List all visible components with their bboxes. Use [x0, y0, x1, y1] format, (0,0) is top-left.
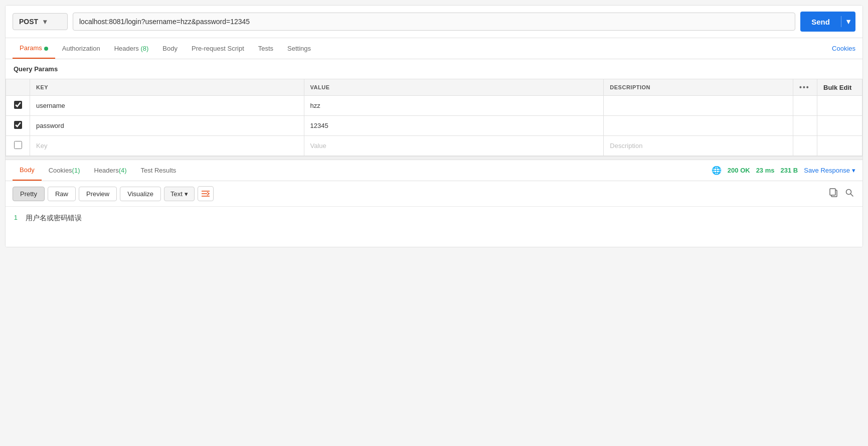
search-icon: [845, 189, 853, 197]
line-1: 1 用户名或密码错误: [6, 213, 862, 224]
tab-tests[interactable]: Tests: [251, 39, 280, 58]
row1-check-cell: [6, 96, 30, 116]
tab-prerequest[interactable]: Pre-request Script: [185, 39, 251, 58]
tab-authorization[interactable]: Authorization: [55, 39, 107, 58]
svg-rect-4: [830, 189, 835, 195]
table-row: password 12345: [6, 116, 862, 136]
line-number-1: 1: [6, 214, 26, 221]
status-time: 23 ms: [756, 167, 775, 174]
row1-key[interactable]: username: [30, 96, 304, 116]
row1-description[interactable]: [604, 96, 793, 116]
response-body: 1 用户名或密码错误: [6, 207, 862, 247]
response-meta: 🌐 200 OK 23 ms 231 B Save Response ▾: [712, 162, 855, 179]
pretty-button[interactable]: Pretty: [13, 187, 45, 201]
placeholder-checkbox[interactable]: [14, 141, 22, 149]
headers-badge: (8): [140, 45, 148, 52]
table-row-placeholder: Key Value Description: [6, 136, 862, 156]
placeholder-bulk: [817, 136, 862, 156]
text-chevron-icon: ▾: [185, 190, 188, 198]
bulk-edit-button[interactable]: Bulk Edit: [823, 84, 851, 91]
response-tab-headers[interactable]: Headers(4): [87, 161, 134, 180]
row1-checkbox[interactable]: [14, 101, 22, 109]
params-dot: [44, 47, 48, 51]
th-check: [6, 79, 30, 96]
wrap-icon: [201, 190, 210, 197]
wrap-button[interactable]: [198, 186, 214, 201]
globe-icon: 🌐: [712, 166, 722, 175]
tab-body[interactable]: Body: [155, 39, 185, 58]
row2-key[interactable]: password: [30, 116, 304, 136]
th-key: KEY: [30, 79, 304, 96]
copy-button[interactable]: [827, 186, 840, 201]
row2-description[interactable]: [604, 116, 793, 136]
placeholder-value[interactable]: Value: [304, 136, 604, 156]
method-select[interactable]: POST ▾: [13, 13, 68, 30]
row2-checkbox[interactable]: [14, 121, 22, 129]
th-more: •••: [793, 79, 817, 96]
tab-params[interactable]: Params: [13, 38, 55, 59]
text-select[interactable]: Text ▾: [164, 187, 195, 201]
request-tabs-bar: Params Authorization Headers (8) Body Pr…: [6, 38, 862, 59]
response-tab-body[interactable]: Body: [13, 160, 42, 181]
th-value: VALUE: [304, 79, 604, 96]
placeholder-more: [793, 136, 817, 156]
response-tabs-bar: Body Cookies(1) Headers(4) Test Results …: [6, 160, 862, 181]
send-chevron-icon: ▾: [841, 17, 855, 26]
method-chevron-icon: ▾: [43, 18, 47, 26]
params-table: KEY VALUE DESCRIPTION ••• Bulk Edit user…: [6, 79, 862, 156]
tab-settings[interactable]: Settings: [280, 39, 318, 58]
send-button[interactable]: Send ▾: [800, 12, 855, 32]
row2-bulk: [817, 116, 862, 136]
method-label: POST: [19, 18, 38, 26]
th-bulk: Bulk Edit: [817, 79, 862, 96]
placeholder-key[interactable]: Key: [30, 136, 304, 156]
main-container: POST ▾ Send ▾ Params Authorization Heade…: [5, 5, 863, 247]
row1-more: [793, 96, 817, 116]
table-row: username hzz: [6, 96, 862, 116]
preview-button[interactable]: Preview: [79, 187, 117, 201]
url-bar: POST ▾ Send ▾: [6, 6, 862, 38]
line-content-1: 用户名或密码错误: [26, 214, 82, 223]
section-divider: [6, 156, 862, 160]
status-size: 231 B: [781, 167, 798, 174]
search-button[interactable]: [843, 187, 855, 201]
raw-button[interactable]: Raw: [48, 187, 76, 201]
save-response-chevron: ▾: [852, 167, 855, 174]
row2-check-cell: [6, 116, 30, 136]
row2-value[interactable]: 12345: [304, 116, 604, 136]
query-params-header: Query Params: [6, 59, 862, 79]
send-label: Send: [800, 18, 841, 26]
tab-headers[interactable]: Headers (8): [107, 39, 156, 58]
th-description: DESCRIPTION: [604, 79, 793, 96]
placeholder-description[interactable]: Description: [604, 136, 793, 156]
cookies-link[interactable]: Cookies: [832, 39, 855, 58]
copy-icon: [829, 188, 838, 197]
svg-line-6: [851, 194, 853, 197]
save-response-button[interactable]: Save Response ▾: [804, 167, 855, 174]
placeholder-check-cell: [6, 136, 30, 156]
response-tab-test-results[interactable]: Test Results: [134, 161, 184, 180]
response-tab-cookies[interactable]: Cookies(1): [42, 161, 87, 180]
resp-headers-badge: (4): [119, 167, 127, 174]
url-input[interactable]: [73, 13, 795, 31]
cookies-badge: (1): [72, 167, 80, 174]
row2-more: [793, 116, 817, 136]
row1-value[interactable]: hzz: [304, 96, 604, 116]
visualize-button[interactable]: Visualize: [120, 187, 161, 201]
more-icon: •••: [799, 83, 810, 91]
format-bar: Pretty Raw Preview Visualize Text ▾: [6, 181, 862, 207]
row1-bulk: [817, 96, 862, 116]
status-ok: 200 OK: [728, 167, 750, 174]
